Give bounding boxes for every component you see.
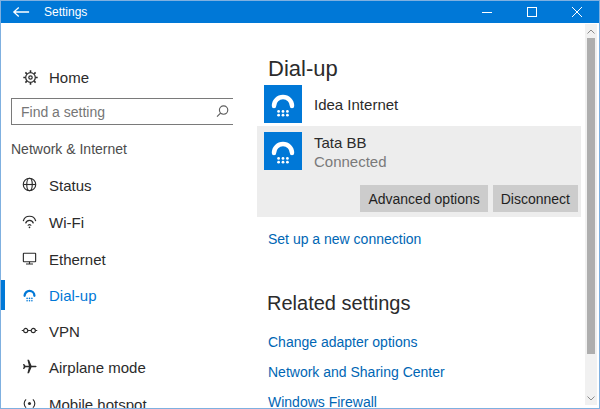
related-settings-title: Related settings: [267, 292, 410, 315]
sidebar-item-label: Status: [49, 177, 92, 194]
close-button[interactable]: [554, 1, 599, 23]
sidebar-item-label: Wi-Fi: [49, 214, 84, 231]
sidebar-item-dialup[interactable]: Dial-up: [1, 277, 233, 313]
minimize-button[interactable]: [464, 1, 509, 23]
sidebar-item-home[interactable]: Home: [1, 63, 233, 91]
change-adapter-options-link[interactable]: Change adapter options: [268, 334, 417, 350]
scrollbar[interactable]: [585, 24, 597, 405]
windows-firewall-link[interactable]: Windows Firewall: [268, 394, 377, 409]
connection-name: Idea Internet: [314, 96, 398, 113]
sidebar-item-label: VPN: [49, 323, 80, 340]
maximize-icon: [527, 7, 537, 17]
connection-header: Tata BB Connected: [264, 132, 387, 171]
airplane-icon: [21, 358, 38, 375]
sidebar-item-vpn[interactable]: VPN: [1, 313, 233, 349]
search-icon: [214, 104, 230, 120]
sidebar: Home Network & Internet Status: [1, 23, 233, 408]
scroll-up-icon[interactable]: [585, 25, 597, 37]
connection-item-idea-internet[interactable]: Idea Internet: [257, 85, 581, 123]
caption-buttons: [464, 1, 599, 23]
connection-actions: Advanced options Disconnect: [360, 185, 578, 212]
close-icon: [572, 7, 582, 17]
vpn-icon: [21, 322, 38, 339]
sidebar-item-mobile-hotspot[interactable]: Mobile hotspot: [1, 386, 233, 409]
sidebar-section-label: Network & Internet: [11, 141, 127, 157]
search-box: [11, 98, 237, 125]
sidebar-item-label: Airplane mode: [49, 359, 146, 376]
back-button[interactable]: [1, 1, 41, 23]
dialup-connection-icon: [264, 132, 302, 170]
dialup-phone-icon: [21, 286, 38, 303]
sidebar-item-airplane-mode[interactable]: Airplane mode: [1, 349, 233, 385]
sidebar-item-label: Dial-up: [49, 287, 97, 304]
network-sharing-center-link[interactable]: Network and Sharing Center: [268, 364, 445, 380]
connection-item-tata-bb[interactable]: Tata BB Connected Advanced options Disco…: [257, 126, 581, 217]
search-input[interactable]: [12, 99, 236, 124]
globe-icon: [21, 176, 38, 193]
main-content: Dial-up Idea Internet: [233, 23, 585, 408]
page-title: Dial-up: [268, 56, 338, 82]
connection-text: Tata BB Connected: [314, 132, 387, 171]
titlebar: Settings: [1, 1, 599, 23]
settings-window: Settings: [0, 0, 600, 409]
scroll-down-icon[interactable]: [585, 392, 597, 404]
maximize-button[interactable]: [509, 1, 554, 23]
selected-indicator: [1, 280, 5, 310]
sidebar-item-label: Ethernet: [49, 251, 106, 268]
sidebar-item-ethernet[interactable]: Ethernet: [1, 241, 233, 277]
connection-name: Tata BB: [314, 133, 387, 152]
hotspot-icon: [21, 395, 38, 409]
disconnect-button[interactable]: Disconnect: [493, 185, 578, 212]
sidebar-home-label: Home: [49, 69, 89, 86]
sidebar-item-wifi[interactable]: Wi-Fi: [1, 204, 233, 240]
setup-new-connection-link[interactable]: Set up a new connection: [268, 231, 421, 247]
connection-status: Connected: [314, 152, 387, 171]
scrollbar-thumb[interactable]: [587, 38, 595, 354]
dialup-connection-icon: [264, 85, 302, 123]
wifi-icon: [21, 213, 38, 230]
ethernet-icon: [21, 250, 38, 267]
back-arrow-icon: [12, 6, 30, 18]
gear-icon: [22, 69, 39, 86]
sidebar-item-label: Mobile hotspot: [49, 396, 147, 409]
minimize-icon: [482, 7, 492, 17]
advanced-options-button[interactable]: Advanced options: [360, 185, 487, 212]
sidebar-item-status[interactable]: Status: [1, 167, 233, 203]
window-title: Settings: [41, 1, 87, 23]
